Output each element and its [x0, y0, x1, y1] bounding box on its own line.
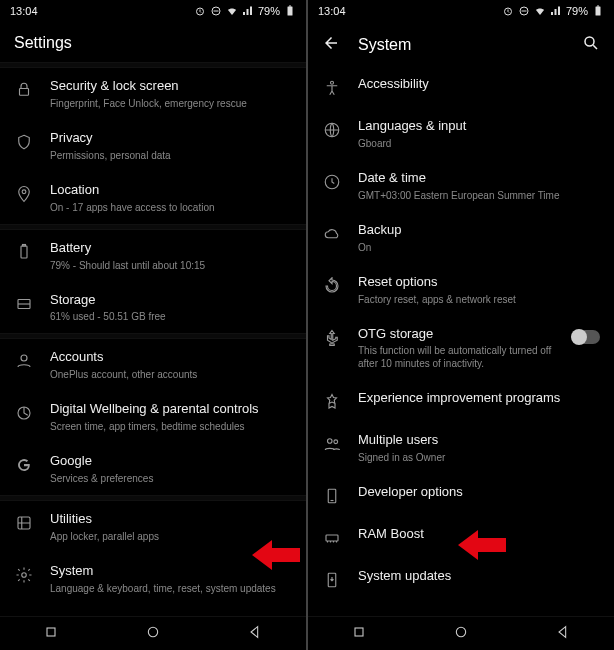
item-sub: On [358, 241, 600, 254]
svg-rect-19 [597, 6, 599, 7]
svg-point-9 [21, 355, 27, 361]
item-sub: 79% - Should last until about 10:15 [50, 259, 292, 272]
nav-back[interactable] [555, 624, 571, 644]
status-icons: 79% [194, 5, 296, 17]
svg-rect-3 [289, 6, 291, 7]
phone-right: 13:04 79% System Accessibility Languages… [308, 0, 614, 650]
wifi-icon [534, 5, 546, 17]
nav-home[interactable] [453, 624, 469, 644]
header: Settings [0, 22, 306, 62]
item-label: Experience improvement programs [358, 390, 600, 407]
item-label: Backup [358, 222, 600, 239]
svg-point-21 [331, 81, 334, 84]
system-item-languages[interactable]: Languages & inputGboard [308, 108, 614, 160]
reset-icon [322, 276, 342, 296]
header: System [308, 22, 614, 66]
accessibility-icon [322, 78, 342, 98]
system-item-ramboost[interactable]: RAM Boost [308, 516, 614, 558]
nav-recent[interactable] [43, 624, 59, 644]
svg-rect-27 [326, 535, 338, 541]
svg-point-24 [328, 439, 333, 444]
google-icon [14, 455, 34, 475]
item-label: System [50, 563, 292, 580]
shield-icon [14, 132, 34, 152]
system-item-datetime[interactable]: Date & timeGMT+03:00 Eastern European Su… [308, 160, 614, 212]
svg-point-25 [334, 440, 338, 444]
item-sub: Signed in as Owner [358, 451, 600, 464]
status-time: 13:04 [318, 5, 346, 17]
item-label: Privacy [50, 130, 292, 147]
nav-home[interactable] [145, 624, 161, 644]
item-sub: Screen time, app timers, bedtime schedul… [50, 420, 292, 433]
svg-point-20 [585, 37, 594, 46]
system-item-experience[interactable]: Experience improvement programs [308, 380, 614, 422]
update-icon [322, 570, 342, 590]
system-item-developer[interactable]: Developer options [308, 474, 614, 516]
usb-icon [322, 328, 342, 348]
status-bar: 13:04 79% [0, 0, 306, 22]
svg-rect-7 [23, 244, 26, 246]
settings-item-accounts[interactable]: AccountsOnePlus account, other accounts [0, 339, 306, 391]
system-item-otg[interactable]: OTG storageThis function will be automat… [308, 316, 614, 381]
ram-icon [322, 528, 342, 548]
item-label: Security & lock screen [50, 78, 292, 95]
item-sub: OnePlus account, other accounts [50, 368, 292, 381]
settings-item-wellbeing[interactable]: Digital Wellbeing & parental controlsScr… [0, 391, 306, 443]
item-sub: Gboard [358, 137, 600, 150]
item-sub: This function will be automatically turn… [358, 344, 556, 370]
nav-recent[interactable] [351, 624, 367, 644]
settings-item-storage[interactable]: Storage61% used - 50.51 GB free [0, 282, 306, 334]
system-item-backup[interactable]: BackupOn [308, 212, 614, 264]
item-label: Digital Wellbeing & parental controls [50, 401, 292, 418]
nav-bar [308, 616, 614, 650]
item-label: Storage [50, 292, 292, 309]
settings-item-privacy[interactable]: PrivacyPermissions, personal data [0, 120, 306, 172]
svg-point-5 [22, 190, 26, 194]
system-item-accessibility[interactable]: Accessibility [308, 66, 614, 108]
svg-point-15 [148, 627, 157, 636]
settings-list: Security & lock screenFingerprint, Face … [0, 68, 306, 616]
nav-back[interactable] [247, 624, 263, 644]
settings-item-about[interactable]: About phoneOnePlus 6 [0, 605, 306, 616]
settings-item-google[interactable]: GoogleServices & preferences [0, 443, 306, 495]
item-label: About phone [50, 615, 292, 616]
battery-text: 79% [258, 5, 280, 17]
item-sub: App locker, parallel apps [50, 530, 292, 543]
system-item-reset[interactable]: Reset optionsFactory reset, apps & netwo… [308, 264, 614, 316]
item-sub: On - 17 apps have access to location [50, 201, 292, 214]
account-icon [14, 351, 34, 371]
utilities-icon [14, 513, 34, 533]
item-label: Location [50, 182, 292, 199]
badge-icon [322, 392, 342, 412]
item-sub: Language & keyboard, time, reset, system… [50, 582, 292, 595]
system-list: Accessibility Languages & inputGboard Da… [308, 66, 614, 616]
search-button[interactable] [582, 34, 600, 56]
settings-item-battery[interactable]: Battery79% - Should last until about 10:… [0, 230, 306, 282]
item-label: Battery [50, 240, 292, 257]
wellbeing-icon [14, 403, 34, 423]
svg-rect-2 [288, 7, 293, 16]
nav-bar [0, 616, 306, 650]
cloud-icon [322, 224, 342, 244]
item-label: Multiple users [358, 432, 600, 449]
settings-item-security[interactable]: Security & lock screenFingerprint, Face … [0, 68, 306, 120]
svg-rect-14 [47, 628, 55, 636]
settings-item-utilities[interactable]: UtilitiesApp locker, parallel apps [0, 501, 306, 553]
settings-item-system[interactable]: SystemLanguage & keyboard, time, reset, … [0, 553, 306, 605]
battery-icon [284, 5, 296, 17]
signal-icon [550, 5, 562, 17]
item-sub: Fingerprint, Face Unlock, emergency resc… [50, 97, 292, 110]
item-label: Accessibility [358, 76, 600, 93]
svg-rect-29 [355, 628, 363, 636]
settings-item-location[interactable]: LocationOn - 17 apps have access to loca… [0, 172, 306, 224]
system-item-updates[interactable]: System updates [308, 558, 614, 600]
item-label: RAM Boost [358, 526, 600, 543]
item-label: Accounts [50, 349, 292, 366]
item-label: OTG storage [358, 326, 556, 343]
svg-point-12 [22, 573, 27, 578]
back-button[interactable] [322, 34, 340, 56]
otg-toggle[interactable] [572, 330, 600, 344]
item-sub: Services & preferences [50, 472, 292, 485]
status-time: 13:04 [10, 5, 38, 17]
system-item-multiusers[interactable]: Multiple usersSigned in as Owner [308, 422, 614, 474]
